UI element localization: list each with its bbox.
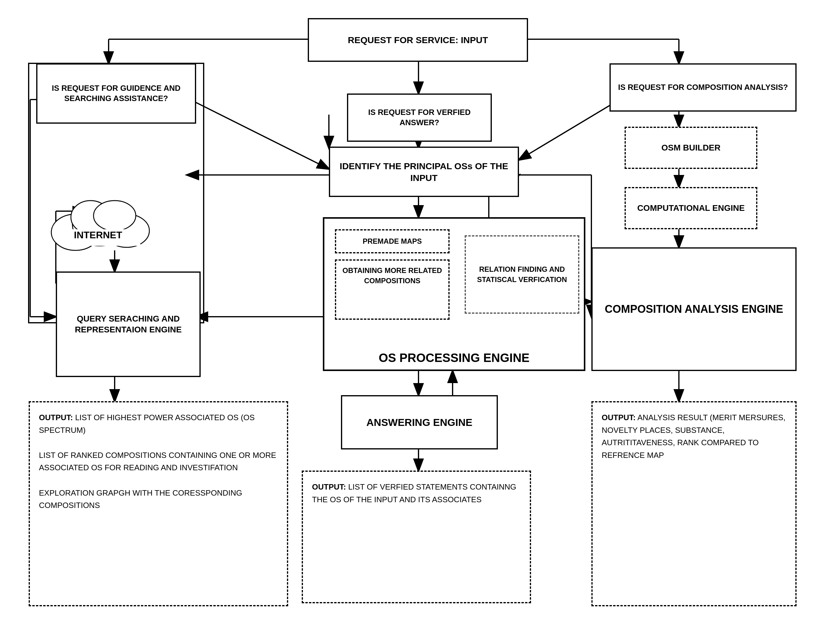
relation-finding-box: RELATION FINDING AND STATISCAL VERFICATI… [464,235,579,314]
svg-text:INTERNET: INTERNET [74,229,122,241]
output-verified-text: OUTPUT: LIST OF VERFIED STATEMENTS CONTA… [312,481,521,506]
diagram-container: REQUEST FOR SERVICE: INPUT IS REQUEST FO… [0,0,837,644]
answering-engine-box: ANSWERING ENGINE [341,395,498,449]
premade-maps-box: PREMADE MAPS [335,229,450,253]
query-engine-box: QUERY SERACHING AND REPRESENTAION ENGINE [56,272,201,377]
composition-analysis-box: COMPOSITION ANALYSIS ENGINE [591,247,797,371]
request-composition-box: IS REQUEST FOR COMPOSITION ANALYSIS? [609,63,797,111]
output-analysis-text: OUTPUT: ANALYSIS RESULT (MERIT MERSURES,… [602,411,786,462]
request-service-box: REQUEST FOR SERVICE: INPUT [308,18,528,62]
identify-principal-box: IDENTIFY THE PRINCIPAL OSs OF THE INPUT [329,147,519,197]
obtaining-compositions-box: OBTAINING MORE RELATED COMPOSITIONS [335,259,450,320]
output-verified-box: OUTPUT: LIST OF VERFIED STATEMENTS CONTA… [302,470,531,603]
osm-builder-box: OSM BUILDER [625,127,757,169]
svg-point-38 [94,201,136,231]
computational-engine-box: COMPUTATIONAL ENGINE [625,187,757,229]
output-list-text: OUTPUT: LIST OF HIGHEST POWER ASSOCIATED… [39,411,278,512]
request-verified-box: IS REQUEST FOR VERFIED ANSWER? [347,93,492,142]
svg-line-7 [190,100,329,169]
request-guidance-box: IS REQUEST FOR GUIDENCE AND SEARCHING AS… [36,63,196,124]
output-list-box: OUTPUT: LIST OF HIGHEST POWER ASSOCIATED… [29,401,288,606]
internet-cloud: INTERNET [39,178,154,256]
output-analysis-box: OUTPUT: ANALYSIS RESULT (MERIT MERSURES,… [591,401,797,606]
